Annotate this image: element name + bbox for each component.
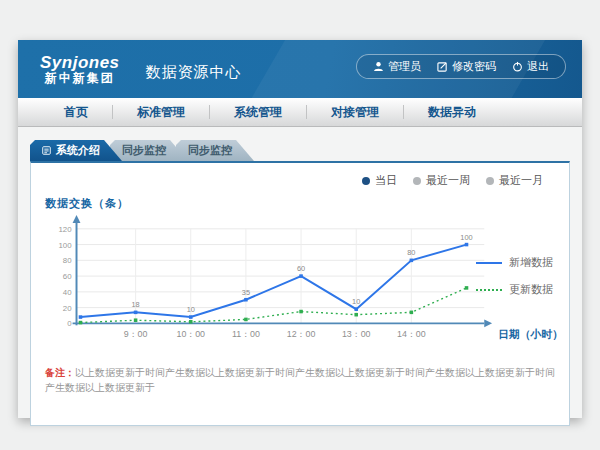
data-point	[134, 318, 138, 322]
document-icon	[42, 145, 51, 157]
radio-last-week[interactable]: 最近一周	[413, 173, 470, 188]
tab-bar: 系统介绍 同步监控 同步监控	[30, 140, 570, 161]
data-point	[299, 310, 303, 314]
legend-item-updated-data[interactable]: 更新数据	[476, 282, 553, 297]
solid-line-icon	[476, 262, 502, 264]
data-point-label: 60	[297, 264, 305, 273]
data-point	[299, 274, 303, 278]
tab-label: 同步监控	[188, 143, 232, 158]
data-point	[465, 243, 469, 247]
footnote-text: 以上数据更新于时间产生数据以上数据更新于时间产生数据以上数据更新于时间产生数据以…	[45, 367, 555, 393]
data-point-label: 100	[460, 233, 472, 242]
legend-item-new-data[interactable]: 新增数据	[476, 255, 553, 270]
change-password-button[interactable]: 修改密码	[437, 59, 496, 74]
tab-label: 同步监控	[122, 143, 166, 158]
edit-icon	[437, 61, 448, 72]
x-tick-label: 12：00	[287, 329, 316, 339]
nav-item-home[interactable]: 首页	[40, 104, 112, 121]
y-tick-label: 40	[63, 288, 72, 297]
radio-label: 当日	[375, 173, 397, 188]
logo-subtext: 新中新集团	[40, 72, 120, 85]
footnote-prefix: 备注：	[45, 367, 75, 378]
content-area: 系统介绍 同步监控 同步监控 当日 最近一周	[18, 127, 582, 426]
y-tick-label: 20	[63, 304, 72, 313]
data-point-label: 80	[407, 248, 415, 257]
logout-button[interactable]: 退出	[512, 59, 549, 74]
logo-text: Synjones	[40, 54, 120, 72]
company-logo: Synjones 新中新集团	[40, 54, 120, 84]
legend-label: 更新数据	[509, 282, 553, 297]
radio-dot-icon	[413, 177, 421, 185]
y-axis-arrow-icon	[73, 215, 81, 223]
main-nav: 首页 标准管理 系统管理 对接管理 数据异动	[18, 98, 582, 127]
data-point	[410, 311, 414, 315]
data-point	[354, 313, 358, 317]
chart-x-axis-title: 日期（小时）	[498, 328, 563, 341]
dotted-line-icon	[476, 289, 502, 291]
radio-last-month[interactable]: 最近一月	[486, 173, 543, 188]
chart-legend: 新增数据 更新数据	[476, 255, 553, 297]
legend-label: 新增数据	[509, 255, 553, 270]
data-point	[410, 259, 414, 263]
data-point	[189, 320, 193, 324]
data-point	[79, 315, 83, 319]
y-tick-label: 100	[58, 241, 72, 250]
page-title: 数据资源中心	[146, 63, 242, 82]
x-tick-label: 10：00	[176, 329, 205, 339]
change-password-label: 修改密码	[452, 59, 496, 74]
user-label: 管理员	[388, 59, 421, 74]
chart-y-axis-title: 数据交换（条）	[45, 196, 569, 211]
data-point-label: 10	[352, 297, 360, 306]
radio-label: 最近一周	[426, 173, 470, 188]
data-point-label: 10	[187, 305, 195, 314]
current-user-button[interactable]: 管理员	[373, 59, 421, 74]
user-menu: 管理员 修改密码 退出	[356, 54, 566, 79]
data-point-label: 35	[242, 288, 250, 297]
data-point	[465, 286, 469, 290]
radio-label: 最近一月	[499, 173, 543, 188]
radio-dot-icon	[362, 177, 370, 185]
data-point-label: 18	[131, 300, 139, 309]
nav-item-standard-mgmt[interactable]: 标准管理	[113, 104, 209, 121]
chart-panel: 当日 最近一周 最近一月 数据交换（条） 0204060801001209：00…	[30, 161, 570, 426]
y-tick-label: 80	[63, 256, 72, 265]
tab-system-intro[interactable]: 系统介绍	[30, 140, 122, 161]
x-tick-label: 11：00	[232, 329, 260, 339]
app-window: Synjones 新中新集团 数据资源中心 管理员 修改密码 退出	[18, 40, 582, 418]
tab-sync-monitor-1[interactable]: 同步监控	[110, 140, 188, 161]
x-tick-label: 14：00	[397, 329, 426, 339]
tab-label: 系统介绍	[56, 143, 100, 158]
header: Synjones 新中新集团 数据资源中心 管理员 修改密码 退出	[18, 40, 582, 98]
nav-item-system-mgmt[interactable]: 系统管理	[210, 104, 306, 121]
nav-item-docking-mgmt[interactable]: 对接管理	[307, 104, 403, 121]
logout-label: 退出	[527, 59, 549, 74]
tab-sync-monitor-2[interactable]: 同步监控	[176, 140, 254, 161]
data-point	[244, 298, 248, 302]
y-tick-label: 120	[58, 225, 72, 234]
y-tick-label: 60	[63, 272, 72, 281]
radio-today[interactable]: 当日	[362, 173, 397, 188]
x-tick-label: 9：00	[124, 329, 148, 339]
data-point	[189, 315, 193, 319]
radio-dot-icon	[486, 177, 494, 185]
data-point	[244, 318, 248, 322]
nav-item-data-change[interactable]: 数据异动	[404, 104, 500, 121]
x-axis-arrow-icon	[484, 319, 492, 327]
user-icon	[373, 61, 384, 72]
time-range-radios: 当日 最近一周 最近一月	[31, 173, 543, 188]
power-icon	[512, 61, 523, 72]
x-tick-label: 13：00	[342, 329, 371, 339]
data-point	[79, 321, 83, 325]
data-point	[354, 307, 358, 311]
footnote: 备注：以上数据更新于时间产生数据以上数据更新于时间产生数据以上数据更新于时间产生…	[45, 365, 555, 425]
data-point	[134, 311, 138, 315]
y-tick-label: 0	[67, 319, 72, 328]
